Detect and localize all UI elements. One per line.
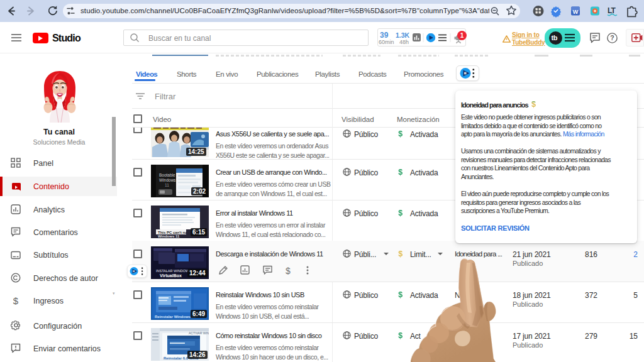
svg-text:Windows: Windows [159,178,176,182]
svg-text:$: $ [13,295,19,306]
svg-text:W: W [573,9,579,15]
svg-text:VirtualBox: VirtualBox [160,273,182,278]
svg-text:This PC can't ru: This PC can't ru [158,231,187,234]
svg-text:11: 11 [165,183,169,187]
svg-text:?: ? [610,34,614,41]
svg-text:Bootable: Bootable [159,173,175,177]
svg-text:ACTIVAR WIN: ACTIVAR WIN [189,331,209,335]
svg-text:Windows 11: Windows 11 [158,234,180,238]
svg-text:$: $ [286,266,291,276]
